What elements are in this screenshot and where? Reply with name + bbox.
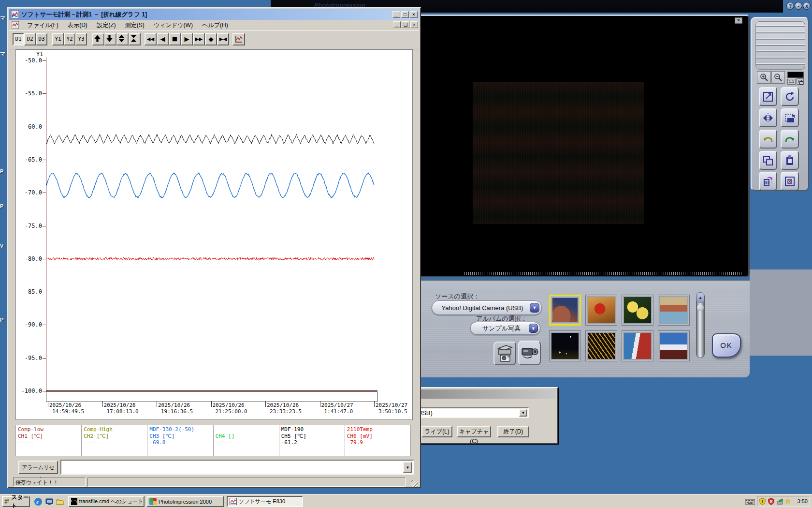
thumbnail-gold-weave[interactable]: [585, 330, 617, 361]
step-back-button[interactable]: ◀: [157, 33, 169, 45]
go-to-end-button[interactable]: ▶◀: [217, 33, 229, 45]
thumbnail-clouds-over-desert[interactable]: [658, 330, 690, 361]
start-button[interactable]: スタート: [2, 496, 30, 507]
menu-view[interactable]: 表示(D): [64, 20, 91, 30]
cascade-windows-button[interactable]: [797, 78, 804, 85]
minimize-button[interactable]: -: [795, 2, 802, 10]
help-button[interactable]: ?: [786, 2, 794, 10]
mdi-minimize-button[interactable]: _: [393, 21, 401, 28]
trash-restore-button[interactable]: [759, 172, 777, 191]
desktop-icon-label[interactable]: P: [0, 317, 3, 323]
scrollbar-knob[interactable]: [697, 304, 704, 311]
preview-close-icon[interactable]: ✕: [735, 17, 742, 24]
show-desktop-icon[interactable]: [45, 497, 54, 506]
task-photoimpression[interactable]: PhotoImpression 2000: [146, 496, 224, 507]
minimize-button[interactable]: _: [392, 11, 400, 18]
legend-cell-ch2[interactable]: Comp-HighCH2 [℃]-----: [82, 425, 147, 456]
desktop-icon-label[interactable]: V: [0, 243, 3, 249]
alarm-combobox[interactable]: ▼: [60, 460, 414, 475]
mirror-button[interactable]: [759, 108, 777, 127]
legend-cell-ch4[interactable]: CH4 []-----: [214, 425, 279, 456]
close-button[interactable]: ×: [410, 11, 418, 18]
scale-up-button[interactable]: [92, 33, 104, 45]
alarm-reset-button[interactable]: アラームリセット: [18, 461, 58, 474]
menu-file[interactable]: ファイル(F): [23, 20, 62, 30]
palette-gripper[interactable]: [755, 21, 805, 70]
y1-button[interactable]: Y1: [52, 33, 64, 45]
internet-explorer-icon[interactable]: e: [34, 497, 43, 506]
thumbnail-harbor-village[interactable]: [658, 295, 690, 326]
fit-resize-button[interactable]: [759, 87, 777, 106]
stop-button[interactable]: ■: [169, 33, 181, 45]
menu-measure[interactable]: 測定(S): [121, 20, 148, 30]
desktop-icon-label[interactable]: P: [0, 168, 3, 174]
thumbnail-yellow-flowers[interactable]: [622, 295, 653, 326]
star-icon[interactable]: ★: [785, 498, 791, 505]
ok-button[interactable]: OK: [712, 333, 741, 358]
chevron-down-icon[interactable]: ▼: [529, 324, 538, 333]
menu-settings[interactable]: 設定(Z): [93, 20, 119, 30]
thumbnail-red-rock-formation[interactable]: [549, 295, 581, 326]
copy-button[interactable]: [759, 151, 777, 170]
thumbnail-night-skyline[interactable]: [549, 330, 581, 361]
desktop-icon-label[interactable]: マ: [0, 50, 5, 58]
chevron-down-icon[interactable]: ▼: [403, 462, 412, 473]
desktop-icon-label[interactable]: P: [0, 203, 3, 209]
collapse-vertical-button[interactable]: [129, 33, 141, 45]
close-button[interactable]: x: [803, 2, 811, 10]
maximize-button[interactable]: □: [401, 11, 409, 18]
camcorder-button[interactable]: [518, 341, 541, 365]
album-select-combobox[interactable]: サンプル写真 ▼: [470, 322, 540, 335]
legend-cell-ch1[interactable]: Comp-lowCH1 [℃]-----: [16, 425, 82, 456]
legend-cell-ch3[interactable]: MDF-330-2(-50)CH3 [℃]-69.8: [147, 425, 213, 456]
capture-button[interactable]: キャプチャ(C): [457, 426, 491, 437]
mdi-restore-button[interactable]: ❑: [402, 21, 409, 28]
free-rotate-button[interactable]: [781, 108, 799, 127]
thumbnail-lighthouse-flag[interactable]: [622, 330, 653, 361]
error-shield-icon[interactable]: [768, 498, 775, 505]
rotate-button[interactable]: [781, 87, 799, 106]
zoom-in-button[interactable]: [757, 71, 771, 84]
mdi-close-button[interactable]: ×: [410, 21, 418, 28]
task-transfile[interactable]: C:\ transfile.cmd へのショート...: [68, 496, 145, 507]
chevron-down-icon[interactable]: ▼: [519, 409, 527, 417]
redo-button[interactable]: [781, 130, 799, 149]
actual-size-button[interactable]: 1:1: [787, 79, 796, 85]
child-window-icon[interactable]: [12, 21, 19, 29]
chart-view-button[interactable]: [232, 33, 245, 45]
window-titlebar[interactable]: ソフトサーモ計測－計測1 － [折れ線グラフ 1] _ □ ×: [9, 9, 419, 20]
menu-window[interactable]: ウィンドウ(W): [150, 20, 197, 30]
live-button[interactable]: ライブ(L): [421, 426, 452, 437]
task-softthermo[interactable]: ソフトサーモ E830: [227, 496, 303, 507]
chevron-down-icon[interactable]: ▼: [530, 303, 539, 313]
alert-shield-icon[interactable]: !: [759, 498, 766, 505]
fast-forward-button[interactable]: ▶▶: [193, 33, 205, 45]
rewind-button[interactable]: ◀◀: [145, 33, 157, 45]
menu-help[interactable]: ヘルプ(H): [198, 20, 232, 30]
scroll-up-icon[interactable]: ▲: [696, 293, 704, 303]
undo-button[interactable]: [759, 130, 777, 149]
folder-icon[interactable]: [56, 497, 64, 506]
d3-button[interactable]: D3: [36, 33, 47, 45]
resize-grip[interactable]: [411, 480, 418, 487]
expand-horizontal-button[interactable]: ◆: [205, 33, 217, 45]
paste-button[interactable]: [781, 151, 799, 170]
d1-button[interactable]: D1: [13, 33, 24, 45]
keyboard-icon[interactable]: [745, 498, 755, 505]
scanner-camera-button[interactable]: [493, 342, 516, 365]
camera-preview-area[interactable]: ✕: [416, 15, 750, 277]
legend-cell-ch6[interactable]: 2110TempCH6 [mV]-79.9: [345, 425, 410, 456]
y3-button[interactable]: Y3: [75, 33, 87, 45]
thumbnail-scrollbar[interactable]: ▲: [696, 292, 705, 358]
chart-pan-box[interactable]: [46, 391, 377, 402]
expand-vertical-button[interactable]: [116, 33, 129, 45]
thumbnail-cardinal-bird[interactable]: [585, 295, 617, 326]
card-reader-icon[interactable]: [776, 498, 783, 505]
d2-button[interactable]: D2: [24, 33, 36, 45]
source-select-combobox[interactable]: Yahoo! Digital Camera (USB) ▼: [432, 300, 542, 315]
delete-selection-button[interactable]: [781, 172, 799, 191]
step-forward-button[interactable]: ▶: [181, 33, 193, 45]
legend-cell-ch5[interactable]: MDF-190CH5 [℃]-61.2: [279, 425, 345, 456]
exit-button[interactable]: 終了(D): [497, 426, 529, 437]
desktop-icon-label[interactable]: マ: [0, 15, 5, 22]
